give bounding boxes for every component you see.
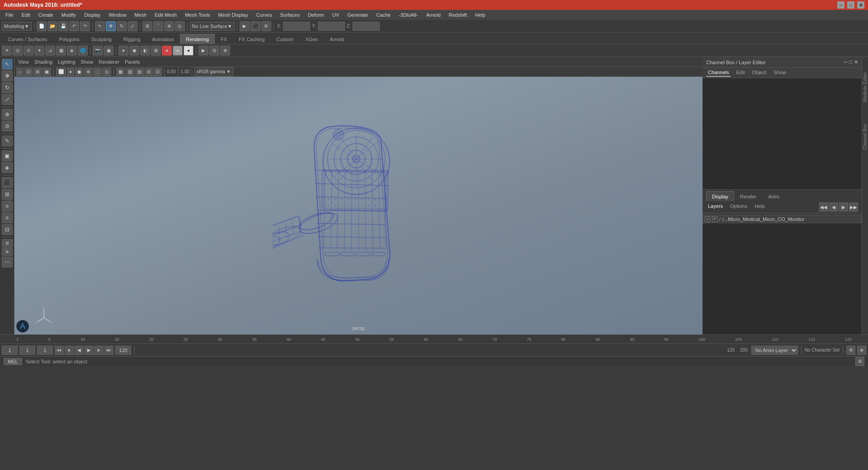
shelf-checker-btn[interactable]: ⊠ <box>151 46 161 56</box>
menu-arnold[interactable]: Arnold <box>423 11 444 19</box>
layers-subtab[interactable]: Layers <box>706 202 725 212</box>
save-file-button[interactable]: 💾 <box>58 21 68 31</box>
skip-to-start-btn[interactable]: ⏮ <box>55 346 64 355</box>
frame-step-input[interactable] <box>37 346 53 355</box>
tab-polygons[interactable]: Polygons <box>53 34 85 44</box>
shelf-cam-ortho-btn[interactable]: ▣ <box>104 46 113 56</box>
menu-deform[interactable]: Deform <box>304 11 328 19</box>
smooth-btn[interactable]: ● <box>67 68 74 76</box>
shelf-bake-btn[interactable]: ⊟ <box>209 46 219 56</box>
menu-uv[interactable]: UV <box>329 11 343 19</box>
layer-visible-check[interactable]: V <box>705 216 710 222</box>
display-tab[interactable]: Display <box>706 191 734 201</box>
mel-indicator[interactable]: MEL <box>4 358 22 365</box>
minimize-button[interactable]: ─ <box>837 1 844 9</box>
show-manip-left[interactable]: ⊘ <box>2 121 13 132</box>
snap-grid-btn[interactable]: ⊞ <box>142 21 152 31</box>
layer-fwd-btn[interactable]: ▶▶ <box>849 202 858 212</box>
cam-fit-btn[interactable]: ⊡ <box>24 68 33 76</box>
tab-fx[interactable]: FX <box>215 34 233 44</box>
show-menu[interactable]: Show <box>81 59 94 65</box>
y-input[interactable] <box>318 22 345 31</box>
shelf-vol-btn[interactable]: ◈ <box>67 46 77 56</box>
menu-edit-mesh[interactable]: Edit Mesh <box>151 11 180 19</box>
attr-editor-tab[interactable]: Attribute Editor <box>862 70 868 104</box>
shelf-tex-btn[interactable]: ● <box>162 46 172 56</box>
object-tab[interactable]: Object <box>750 69 768 77</box>
menu-display[interactable]: Display <box>80 11 104 19</box>
channels-tab[interactable]: Channels <box>706 69 731 77</box>
tab-animation[interactable]: Animation <box>146 34 180 44</box>
film-gate-btn[interactable]: ▧ <box>126 68 134 76</box>
hardware-btn[interactable]: ⊕ <box>84 68 92 76</box>
right-panel-float[interactable]: □ <box>849 59 852 65</box>
viewport-3d[interactable]: x z y persp <box>14 77 703 334</box>
snap-view-btn[interactable]: ◎ <box>175 21 185 31</box>
rotate-tool-left[interactable]: ↻ <box>2 82 13 93</box>
overscan-btn[interactable]: ▤ <box>135 68 144 76</box>
wireframe-btn[interactable]: ⬜ <box>56 68 66 76</box>
hud-btn[interactable]: ⊡ <box>154 68 162 76</box>
snap-curve-btn[interactable]: ⌒ <box>153 21 163 31</box>
menu-3dto-all[interactable]: -3DtoAll- <box>395 11 422 19</box>
close-button[interactable]: ✕ <box>857 1 864 9</box>
anim-layer-dropdown[interactable]: No Anim Layer <box>751 346 798 355</box>
menu-surfaces[interactable]: Surfaces <box>276 11 303 19</box>
script-tb-left[interactable]: ⊟ <box>2 224 13 235</box>
start-frame-input[interactable] <box>2 346 18 355</box>
menu-curves[interactable]: Curves <box>253 11 276 19</box>
undo-button[interactable]: ↶ <box>69 21 79 31</box>
shelf-sky-btn[interactable]: 🌐 <box>78 46 88 56</box>
layer-back-btn[interactable]: ◀◀ <box>819 202 828 212</box>
move-tool-btn[interactable]: ✥ <box>106 21 116 31</box>
play-fwd-btn[interactable]: ▶ <box>85 346 94 355</box>
render-tb-left[interactable]: ⬛ <box>2 177 13 188</box>
layer-item[interactable]: V P / /...Micro_Medical_Micro_CO_Monitor <box>703 215 862 223</box>
menu-mesh[interactable]: Mesh <box>131 11 150 19</box>
shelf-bw-btn[interactable]: ● <box>173 46 183 56</box>
current-frame-input[interactable] <box>19 346 35 355</box>
select-tool-btn[interactable]: ↖ <box>95 21 105 31</box>
render-settings-btn[interactable]: ⚙ <box>261 21 271 31</box>
view-menu[interactable]: View <box>18 59 29 65</box>
shelf-lights-btn[interactable]: ☀ <box>2 46 12 56</box>
skip-to-end-btn[interactable]: ⏭ <box>104 346 113 355</box>
z-input[interactable] <box>353 22 380 31</box>
no-live-surface-label[interactable]: No Live Surface ▼ <box>190 22 235 31</box>
help-subtab[interactable]: Help <box>753 202 767 212</box>
group-box[interactable]: ▣ <box>2 150 13 161</box>
shelf-ipr-btn[interactable]: ⊕ <box>220 46 230 56</box>
shelf-mat3-btn[interactable]: ◐ <box>140 46 150 56</box>
menu-file[interactable]: File <box>2 11 17 19</box>
restore-button[interactable]: □ <box>847 1 854 9</box>
prefs-btn[interactable]: ⚙ <box>846 346 855 355</box>
step-fwd-btn[interactable]: ⏵ <box>94 346 104 355</box>
play-back-btn[interactable]: ◀ <box>75 346 84 355</box>
scale-tool-left[interactable]: ⤢ <box>2 94 13 105</box>
workspace-selector[interactable]: Modeling ▼ <box>2 22 32 31</box>
cam-home-btn[interactable]: ⌂ <box>16 68 24 76</box>
show-tab[interactable]: Show <box>772 69 788 77</box>
menu-cache[interactable]: Cache <box>373 11 394 19</box>
shelf-camera-btn[interactable]: 📷 <box>93 46 103 56</box>
resolution-gate-btn[interactable]: ▦ <box>116 68 125 76</box>
obj-select[interactable]: ◈ <box>2 162 13 173</box>
rotate-tool-btn[interactable]: ↻ <box>117 21 127 31</box>
grid-btn[interactable]: ⊟ <box>145 68 153 76</box>
move-tool-left[interactable]: ✥ <box>2 70 13 81</box>
end-frame-input[interactable] <box>115 346 131 355</box>
color-space-selector[interactable]: sRGB gamma ▼ <box>194 67 233 76</box>
new-file-button[interactable]: 📄 <box>37 21 47 31</box>
shelf-spot-btn[interactable]: ⊿ <box>45 46 55 56</box>
scale-tool-btn[interactable]: ⤢ <box>127 21 137 31</box>
layer-tb-left[interactable]: ≡ <box>2 201 13 212</box>
right-panel-close[interactable]: ✕ <box>854 59 858 65</box>
shelf-mat-btn[interactable]: ● <box>118 46 128 56</box>
layer-next-btn[interactable]: ▶ <box>839 202 848 212</box>
shelf-area-btn[interactable]: ▦ <box>56 46 66 56</box>
more-tools[interactable]: ⋯ <box>2 257 13 268</box>
tab-xgen[interactable]: XGen <box>299 34 324 44</box>
select-tool-left[interactable]: ↖ <box>2 59 13 70</box>
menu-mesh-display[interactable]: Mesh Display <box>215 11 252 19</box>
anim-tab[interactable]: Anim <box>762 191 785 201</box>
